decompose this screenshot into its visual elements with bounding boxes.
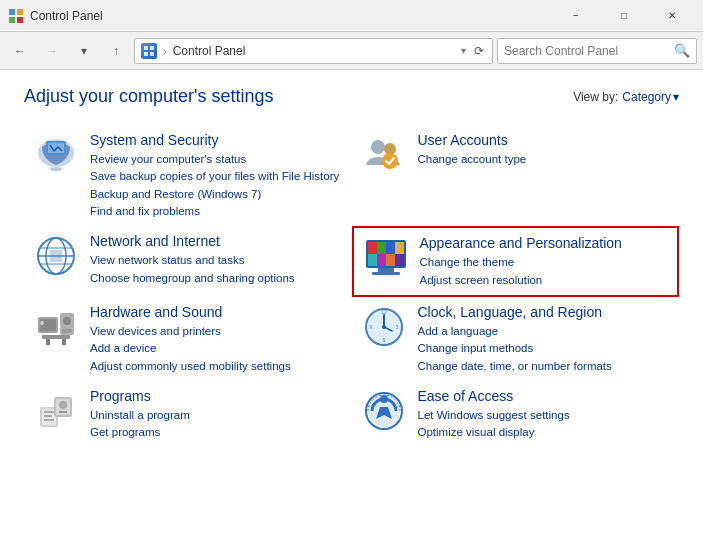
- system-title[interactable]: System and Security: [90, 131, 344, 149]
- user-accounts-title[interactable]: User Accounts: [418, 131, 672, 149]
- svg-rect-4: [144, 46, 148, 50]
- maximize-button[interactable]: □: [601, 2, 647, 30]
- svg-rect-2: [9, 17, 15, 23]
- system-link-2[interactable]: Backup and Restore (Windows 7): [90, 186, 344, 203]
- category-item-user-accounts[interactable]: User AccountsChange account type: [352, 125, 680, 226]
- svg-rect-23: [368, 242, 377, 254]
- category-item-network[interactable]: Network and InternetView network status …: [24, 226, 352, 297]
- svg-rect-54: [44, 415, 52, 417]
- system-content: System and SecurityReview your computer'…: [90, 131, 344, 220]
- back-button[interactable]: ←: [6, 38, 34, 64]
- svg-point-14: [382, 153, 398, 169]
- svg-point-46: [382, 325, 386, 329]
- main-content: Adjust your computer's settings View by:…: [0, 70, 703, 537]
- clock-link-0[interactable]: Add a language: [418, 323, 672, 340]
- header-row: Adjust your computer's settings View by:…: [24, 86, 679, 107]
- recent-button[interactable]: ▾: [70, 38, 98, 64]
- svg-point-58: [59, 401, 67, 409]
- svg-rect-29: [386, 254, 395, 266]
- svg-point-12: [371, 140, 385, 154]
- network-icon: [32, 232, 80, 280]
- system-link-0[interactable]: Review your computer's status: [90, 151, 344, 168]
- address-text: Control Panel: [173, 44, 455, 58]
- minimize-button[interactable]: −: [553, 2, 599, 30]
- search-input[interactable]: [504, 44, 670, 58]
- network-title[interactable]: Network and Internet: [90, 232, 344, 250]
- network-link-0[interactable]: View network status and tasks: [90, 252, 344, 269]
- svg-rect-26: [395, 242, 404, 254]
- category-item-system[interactable]: System and SecurityReview your computer'…: [24, 125, 352, 226]
- up-button[interactable]: ↑: [102, 38, 130, 64]
- clock-title[interactable]: Clock, Language, and Region: [418, 303, 672, 321]
- breadcrumb-separator: ›: [163, 45, 167, 57]
- window-title: Control Panel: [30, 9, 553, 23]
- nav-bar: ← → ▾ ↑ › Control Panel ▾ ⟳ 🔍: [0, 32, 703, 70]
- address-bar-icon: [141, 43, 157, 59]
- hardware-content: Hardware and SoundView devices and print…: [90, 303, 344, 375]
- user-accounts-content: User AccountsChange account type: [418, 131, 672, 168]
- ease-link-1[interactable]: Optimize visual display: [418, 424, 672, 441]
- svg-rect-6: [144, 52, 148, 56]
- page-title: Adjust your computer's settings: [24, 86, 274, 107]
- category-item-hardware[interactable]: Hardware and SoundView devices and print…: [24, 297, 352, 381]
- hardware-link-0[interactable]: View devices and printers: [90, 323, 344, 340]
- network-link-1[interactable]: Choose homegroup and sharing options: [90, 270, 344, 287]
- system-link-1[interactable]: Save backup copies of your files with Fi…: [90, 168, 344, 185]
- hardware-link-2[interactable]: Adjust commonly used mobility settings: [90, 358, 344, 375]
- appearance-link-1[interactable]: Adjust screen resolution: [420, 272, 670, 289]
- app-icon: [8, 8, 24, 24]
- clock-content: Clock, Language, and RegionAdd a languag…: [418, 303, 672, 375]
- svg-rect-38: [62, 329, 72, 333]
- hardware-title[interactable]: Hardware and Sound: [90, 303, 344, 321]
- category-item-clock[interactable]: 12 3 6 9 Clock, Language, and RegionAdd …: [352, 297, 680, 381]
- svg-text:9: 9: [369, 324, 372, 330]
- view-by: View by: Category ▾: [573, 90, 679, 104]
- system-icon: [32, 131, 80, 179]
- ease-link-0[interactable]: Let Windows suggest settings: [418, 407, 672, 424]
- category-item-appearance[interactable]: Appearance and PersonalizationChange the…: [352, 226, 680, 297]
- appearance-link-0[interactable]: Change the theme: [420, 254, 670, 271]
- search-box[interactable]: 🔍: [497, 38, 697, 64]
- svg-rect-59: [59, 411, 67, 413]
- user-accounts-link-0[interactable]: Change account type: [418, 151, 672, 168]
- svg-rect-7: [150, 52, 154, 56]
- svg-rect-39: [42, 335, 70, 339]
- user-accounts-icon: [360, 131, 408, 179]
- svg-rect-27: [368, 254, 377, 266]
- appearance-icon: [362, 234, 410, 282]
- clock-link-1[interactable]: Change input methods: [418, 340, 672, 357]
- clock-link-2[interactable]: Change date, time, or number formats: [418, 358, 672, 375]
- programs-content: ProgramsUninstall a programGet programs: [90, 387, 344, 442]
- category-item-ease[interactable]: Ease of AccessLet Windows suggest settin…: [352, 381, 680, 448]
- svg-rect-24: [377, 242, 386, 254]
- svg-rect-40: [46, 339, 50, 345]
- svg-point-11: [50, 167, 62, 171]
- forward-button[interactable]: →: [38, 38, 66, 64]
- ease-icon: [360, 387, 408, 435]
- svg-point-37: [63, 317, 71, 325]
- close-button[interactable]: ✕: [649, 2, 695, 30]
- ease-content: Ease of AccessLet Windows suggest settin…: [418, 387, 672, 442]
- address-bar[interactable]: › Control Panel ▾ ⟳: [134, 38, 493, 64]
- svg-point-61: [380, 395, 388, 403]
- category-item-programs[interactable]: ProgramsUninstall a programGet programs: [24, 381, 352, 448]
- appearance-content: Appearance and PersonalizationChange the…: [420, 234, 670, 289]
- programs-link-1[interactable]: Get programs: [90, 424, 344, 441]
- programs-link-0[interactable]: Uninstall a program: [90, 407, 344, 424]
- network-content: Network and InternetView network status …: [90, 232, 344, 287]
- appearance-title[interactable]: Appearance and Personalization: [420, 234, 670, 252]
- hardware-link-1[interactable]: Add a device: [90, 340, 344, 357]
- programs-title[interactable]: Programs: [90, 387, 344, 405]
- refresh-button[interactable]: ⟳: [472, 42, 486, 60]
- view-by-label: View by:: [573, 90, 618, 104]
- title-bar: Control Panel − □ ✕: [0, 0, 703, 32]
- svg-rect-30: [395, 254, 404, 266]
- view-by-dropdown[interactable]: Category ▾: [622, 90, 679, 104]
- svg-rect-1: [17, 9, 23, 15]
- system-link-3[interactable]: Find and fix problems: [90, 203, 344, 220]
- svg-rect-25: [386, 242, 395, 254]
- address-dropdown-arrow[interactable]: ▾: [461, 45, 466, 56]
- hardware-icon: [32, 303, 80, 351]
- ease-title[interactable]: Ease of Access: [418, 387, 672, 405]
- svg-point-35: [40, 321, 44, 325]
